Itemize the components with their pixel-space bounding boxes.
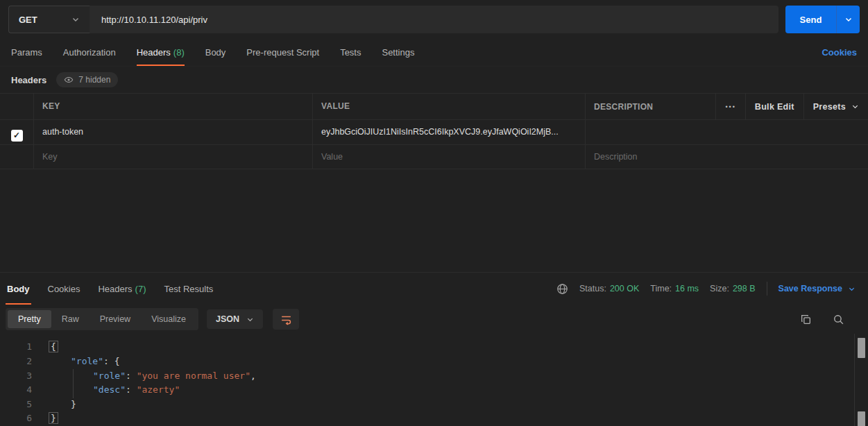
line-number: 4 [0, 383, 32, 398]
divider [767, 282, 767, 296]
http-method-label: GET [19, 15, 37, 25]
tab-authorization[interactable]: Authorization [63, 39, 116, 66]
tab-tests[interactable]: Tests [340, 39, 361, 66]
column-description: DESCRIPTION [586, 94, 715, 119]
code-line: 2 "role": { [0, 355, 868, 369]
postman-window: GET Send Params Authorization Headers (8… [0, 0, 868, 426]
scrollbar-thumb-secondary[interactable] [858, 411, 865, 426]
wrap-lines-button[interactable] [273, 309, 299, 330]
chevron-down-icon [71, 15, 80, 24]
response-body-viewer: 1 { 2 "role": { 3 "role": "you are norma… [0, 334, 868, 426]
response-meta: Status: 200 OK Time: 16 ms Size: 298 B S… [556, 273, 862, 305]
view-mode-preview[interactable]: Preview [90, 310, 141, 328]
code-line: 5 } [0, 398, 868, 412]
row-checkbox-cell [0, 145, 33, 169]
row-checkbox[interactable]: ✓ [11, 130, 23, 142]
tab-settings[interactable]: Settings [382, 39, 414, 66]
line-number: 3 [0, 369, 32, 384]
code-line: 4 "desc": "azerty" [0, 383, 868, 398]
http-method-select[interactable]: GET [8, 6, 90, 33]
headers-count-badge: (8) [173, 47, 185, 58]
header-key-cell[interactable]: auth-token [33, 120, 312, 144]
network-globe-icon[interactable] [556, 283, 568, 295]
new-key-cell[interactable]: Key [33, 145, 312, 169]
tab-params[interactable]: Params [11, 39, 42, 66]
response-size: Size: 298 B [710, 284, 755, 293]
headers-section-header: Headers 7 hidden [0, 67, 868, 93]
send-options-button[interactable] [836, 6, 860, 33]
presets-button[interactable]: Presets [803, 94, 868, 119]
more-options-icon: ••• [725, 103, 735, 110]
response-tab-cookies[interactable]: Cookies [46, 273, 82, 305]
cookies-link[interactable]: Cookies [822, 39, 857, 66]
url-input[interactable] [92, 15, 777, 25]
line-number: 2 [0, 355, 32, 369]
request-tabs: Params Authorization Headers (8) Body Pr… [0, 39, 868, 67]
response-panel: Body Cookies Headers (7) Test Results St… [0, 272, 868, 426]
column-value: VALUE [312, 94, 585, 119]
eye-icon [64, 75, 74, 85]
code-line: 1 { [0, 340, 868, 355]
format-select[interactable]: JSON [207, 309, 263, 329]
new-value-cell[interactable]: Value [312, 145, 585, 169]
tab-pre-request-script[interactable]: Pre-request Script [246, 39, 319, 66]
hidden-headers-label: 7 hidden [78, 75, 110, 85]
vertical-scrollbar-thumb[interactable] [858, 338, 865, 358]
response-tab-test-results[interactable]: Test Results [163, 273, 215, 305]
code-line: 3 "role": "you are normal user", [0, 369, 868, 384]
request-panel-empty-space [0, 169, 868, 272]
request-url-bar: GET Send [0, 0, 868, 39]
headers-section-title: Headers [11, 75, 46, 85]
response-status: Status: 200 OK [579, 284, 639, 293]
headers-table-header: KEY VALUE DESCRIPTION ••• Bulk Edit Pres… [0, 93, 868, 119]
send-split-button: Send [785, 6, 860, 33]
tab-body[interactable]: Body [205, 39, 226, 66]
row-checkbox-cell: ✓ [0, 120, 33, 144]
response-toolbar: Pretty Raw Preview Visualize JSON [0, 305, 868, 334]
chevron-down-icon [851, 103, 859, 110]
code-line: 6 } [0, 411, 868, 426]
search-icon [833, 314, 844, 325]
time-value: 16 ms [675, 284, 699, 293]
url-field [90, 6, 778, 33]
response-tab-headers[interactable]: Headers (7) [96, 273, 147, 305]
header-row-auth-token: ✓ auth-token eyJhbGciOiJIUzI1NiIsInR5cCI… [0, 119, 868, 144]
response-tabs: Body Cookies Headers (7) Test Results St… [0, 273, 868, 305]
save-response-button[interactable]: Save Response [778, 284, 856, 293]
column-description-cell: DESCRIPTION ••• Bulk Edit Presets [585, 94, 868, 119]
fold-toggle[interactable]: } [49, 412, 58, 424]
header-row-empty: Key Value Description [0, 144, 868, 169]
indent-guide [73, 369, 74, 398]
response-time: Time: 16 ms [650, 284, 699, 293]
send-button[interactable]: Send [785, 6, 836, 33]
response-headers-count-badge: (7) [135, 284, 146, 294]
tab-headers[interactable]: Headers (8) [137, 39, 185, 66]
response-tab-body[interactable]: Body [6, 273, 31, 305]
view-mode-raw[interactable]: Raw [51, 310, 90, 328]
response-toolbar-right [800, 314, 862, 325]
chevron-down-icon [246, 316, 254, 323]
line-number: 5 [0, 398, 32, 412]
new-description-cell[interactable]: Description [585, 145, 868, 169]
column-key: KEY [33, 94, 312, 119]
copy-icon [800, 314, 812, 325]
view-mode-visualize[interactable]: Visualize [141, 310, 196, 328]
scrollbar-track-border [854, 334, 855, 426]
hidden-headers-toggle[interactable]: 7 hidden [56, 72, 118, 87]
line-number: 6 [0, 411, 32, 426]
select-all-cell [0, 94, 33, 119]
chevron-down-icon [848, 285, 856, 293]
chevron-down-icon [844, 15, 853, 24]
headers-table: KEY VALUE DESCRIPTION ••• Bulk Edit Pres… [0, 93, 868, 169]
copy-response-button[interactable] [800, 314, 812, 325]
search-response-button[interactable] [833, 314, 844, 325]
more-options-button[interactable]: ••• [715, 94, 744, 119]
fold-toggle[interactable]: { [49, 341, 58, 352]
wrap-lines-icon [280, 314, 292, 325]
bulk-edit-button[interactable]: Bulk Edit [745, 94, 803, 119]
header-value-cell[interactable]: eyJhbGciOiJIUzI1NiIsInR5cCI6IkpXVCJ9.eyJ… [312, 120, 585, 144]
size-value: 298 B [733, 284, 756, 293]
status-value: 200 OK [610, 284, 639, 293]
header-description-cell[interactable] [585, 120, 868, 144]
view-mode-pretty[interactable]: Pretty [8, 310, 51, 328]
